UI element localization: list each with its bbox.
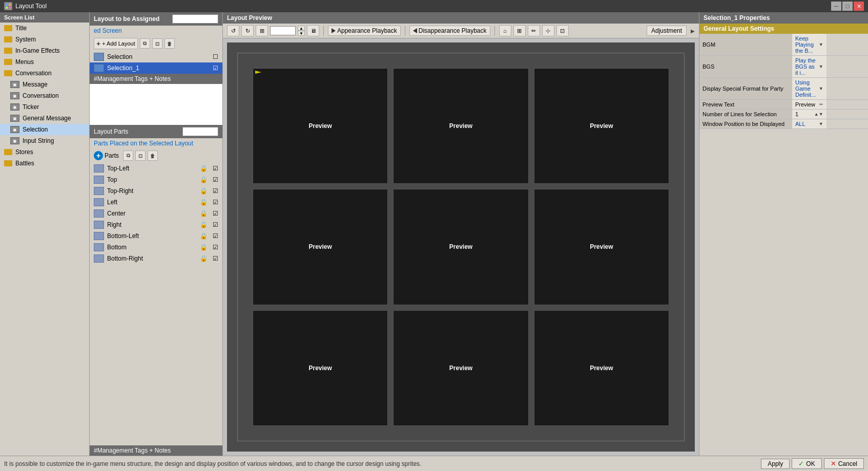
parts-item-top-left[interactable]: Top-Left 🔒 ☑ — [90, 163, 222, 174]
layout-checkbox-checked[interactable]: ☑ — [213, 65, 218, 72]
parts-check[interactable]: ☑ — [213, 199, 218, 206]
resize-button[interactable]: ⊞ — [256, 25, 268, 36]
num-lines-value: 1 — [795, 111, 798, 117]
parts-item-right[interactable]: Right 🔒 ☑ — [90, 219, 222, 230]
delete-parts-button[interactable]: 🗑 — [148, 151, 158, 161]
app-icon — [4, 2, 12, 10]
parts-check[interactable]: ☑ — [213, 232, 218, 240]
maximize-button[interactable]: □ — [842, 2, 853, 11]
preview-button-top-center[interactable]: Preview — [393, 68, 528, 184]
app-title: Layout Tool — [15, 3, 47, 10]
preview-button-bot-right[interactable]: Preview — [534, 310, 669, 426]
dropdown-arrow[interactable]: ▼ — [819, 121, 823, 126]
sidebar-item-selection[interactable]: ▣ Selection — [0, 124, 89, 135]
layout-assign-title: Layout to be Assigned — [94, 15, 159, 23]
prop-value-window-position[interactable]: ALL ▼ — [792, 119, 826, 129]
parts-item-top[interactable]: Top 🔒 ☑ — [90, 174, 222, 185]
sidebar-item-general-message[interactable]: ▣ General Message — [0, 113, 89, 124]
dropdown-arrow[interactable]: ▼ — [819, 86, 823, 91]
cursor-button[interactable]: ⊹ — [542, 25, 554, 36]
home-button[interactable]: ⌂ — [499, 25, 511, 36]
layout-checkbox-empty[interactable]: ☐ — [213, 53, 218, 60]
zoom-up-arrow[interactable]: ▲ — [298, 26, 305, 31]
sidebar-item-stores[interactable]: Stores — [0, 146, 89, 158]
layout-item-selection1[interactable]: Selection_1 ☑ — [90, 62, 222, 74]
minimize-button[interactable]: ─ — [831, 2, 841, 11]
sidebar-item-label: Battles — [15, 160, 34, 167]
parts-check[interactable]: ☑ — [213, 221, 218, 228]
parts-item-bottom-right[interactable]: Bottom-Right 🔒 ☑ — [90, 253, 222, 264]
parts-item-left[interactable]: Left 🔒 ☑ — [90, 197, 222, 208]
parts-item-bottom[interactable]: Bottom 🔒 ☑ — [90, 242, 222, 253]
parts-subheader-label: Parts Placed on the Selected Layout — [94, 140, 193, 147]
add-parts-button[interactable]: + Parts — [94, 151, 119, 160]
prop-value-bgm[interactable]: Keep Playing the B... ▼ — [792, 34, 826, 55]
copy-layout-button[interactable]: ⧉ — [140, 38, 150, 49]
page-layout-button[interactable]: ⊡ — [152, 38, 162, 49]
scroll-right-arrow[interactable]: ▶ — [691, 28, 695, 34]
appearance-playback-button[interactable]: Appearance Playback — [328, 26, 401, 36]
parts-item-top-right[interactable]: Top-Right 🔒 ☑ — [90, 185, 222, 197]
sidebar-item-menus[interactable]: Menus — [0, 56, 89, 68]
sidebar-item-battles[interactable]: Battles — [0, 158, 89, 169]
preview-button-top-left[interactable]: Preview — [253, 68, 388, 184]
parts-item-label: Right — [107, 221, 121, 228]
ok-button[interactable]: ✓ OK — [792, 458, 821, 469]
sidebar-item-conversation-sub[interactable]: ▣ Conversation — [0, 90, 89, 101]
dropdown-arrow[interactable]: ▼ — [819, 42, 823, 47]
sidebar-item-title[interactable]: Title — [0, 23, 89, 34]
disappearance-playback-button[interactable]: Disappearance Playback — [409, 26, 490, 36]
preview-button-mid-right[interactable]: Preview — [534, 189, 669, 305]
sidebar-item-ticker[interactable]: ▣ Ticker — [0, 101, 89, 113]
folder-icon — [4, 149, 12, 155]
prop-row-num-lines: Number of Lines for Selection 1 ▲▼ — [699, 110, 868, 119]
delete-layout-button[interactable]: 🗑 — [164, 38, 175, 49]
parts-item-label: Top — [107, 176, 117, 183]
sidebar-item-input-string[interactable]: ▣ Input String — [0, 135, 89, 146]
layout-item-selection[interactable]: Selection ☐ — [90, 51, 222, 62]
folder-icon — [4, 59, 12, 65]
parts-search-input[interactable] — [182, 127, 218, 136]
parts-check[interactable]: ☑ — [213, 244, 218, 251]
preview-button-mid-center[interactable]: Preview — [393, 189, 528, 305]
preview-button-mid-left[interactable]: Preview — [253, 189, 388, 305]
dropdown-arrow[interactable]: ▼ — [819, 64, 823, 69]
refresh-button[interactable]: ↺ — [227, 25, 239, 36]
zoom-down-arrow[interactable]: ▼ — [298, 31, 305, 36]
sidebar-header: Screen List — [0, 12, 89, 23]
settings-button[interactable]: ⊡ — [556, 25, 569, 36]
grid-button[interactable]: ⊞ — [513, 25, 526, 36]
parts-check[interactable]: ☑ — [213, 210, 218, 217]
prop-value-bgs[interactable]: Play the BGS as it i... ▼ — [792, 56, 826, 77]
close-button[interactable]: ✕ — [854, 2, 864, 11]
prop-value-num-lines[interactable]: 1 ▲▼ — [792, 110, 826, 119]
cancel-button[interactable]: ✕ Cancel — [824, 458, 864, 469]
zoom-input[interactable]: 0.60 — [270, 26, 296, 35]
prop-value-special-format[interactable]: Using Game Definit... ▼ — [792, 78, 826, 99]
back-button[interactable]: ↻ — [241, 25, 254, 36]
sidebar-item-in-game-effects[interactable]: In-Game Effects — [0, 45, 89, 56]
copy-parts-button[interactable]: ⧉ — [123, 151, 133, 161]
spinner-arrow[interactable]: ▲▼ — [814, 112, 823, 117]
check-icon: ✓ — [798, 460, 804, 467]
sidebar-item-message[interactable]: ▣ Message — [0, 79, 89, 90]
parts-check[interactable]: ☑ — [213, 165, 218, 172]
apply-button[interactable]: Apply — [761, 459, 790, 469]
pen-button[interactable]: ✏ — [528, 25, 540, 36]
parts-item-center[interactable]: Center 🔒 ☑ — [90, 208, 222, 219]
parts-check[interactable]: ☑ — [213, 255, 218, 262]
prop-value-preview-text[interactable]: Preview ✏ — [792, 100, 826, 109]
parts-item-bottom-left[interactable]: Bottom-Left 🔒 ☑ — [90, 230, 222, 242]
monitor-button[interactable]: 🖥 — [307, 25, 319, 36]
preview-button-top-right[interactable]: Preview — [534, 68, 669, 184]
edit-icon[interactable]: ✏ — [819, 102, 823, 107]
parts-check[interactable]: ☑ — [213, 176, 218, 183]
page-parts-button[interactable]: ⊡ — [135, 151, 146, 161]
sidebar-item-conversation[interactable]: Conversation — [0, 68, 89, 79]
parts-check[interactable]: ☑ — [213, 187, 218, 195]
sidebar-item-system[interactable]: System — [0, 34, 89, 45]
preview-button-bot-center[interactable]: Preview — [393, 310, 528, 426]
add-layout-button[interactable]: + + Add Layout — [94, 38, 138, 49]
layout-search-input[interactable] — [172, 14, 218, 24]
preview-button-bot-left[interactable]: Preview — [253, 310, 388, 426]
